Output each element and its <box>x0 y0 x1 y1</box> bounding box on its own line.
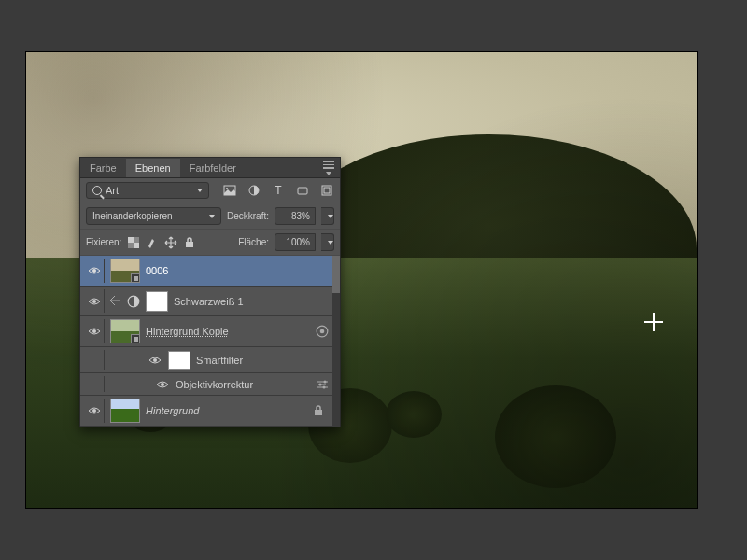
blend-mode-select[interactable]: Ineinanderkopieren <box>86 207 221 225</box>
svg-point-21 <box>323 385 326 388</box>
chevron-down-icon <box>197 189 203 192</box>
svg-point-1 <box>226 188 228 189</box>
svg-point-11 <box>92 269 96 273</box>
svg-point-16 <box>320 329 325 334</box>
visibility-icon[interactable] <box>87 406 102 415</box>
opacity-label: Deckkraft: <box>227 211 269 221</box>
layer-row[interactable]: Schwarzweiß 1 <box>80 287 332 316</box>
visibility-icon[interactable] <box>87 266 102 275</box>
svg-rect-8 <box>128 237 134 243</box>
filter-input[interactable] <box>106 185 143 196</box>
fill-input[interactable]: 100% <box>275 233 316 251</box>
layer-mask-thumbnail[interactable] <box>146 291 168 312</box>
layer-thumbnail[interactable] <box>110 319 140 343</box>
tab-swatches[interactable]: Farbfelder <box>180 159 246 177</box>
tab-color[interactable]: Farbe <box>80 159 126 177</box>
layer-name[interactable]: Hintergrund Kopie <box>146 326 310 337</box>
lock-position-icon[interactable] <box>164 236 177 249</box>
smartfilter-label: Smartfilter <box>196 355 329 366</box>
svg-point-19 <box>324 380 327 383</box>
smartfilter-toggle-icon[interactable] <box>316 325 329 338</box>
blend-row: Ineinanderkopieren Deckkraft: 83% <box>80 203 340 230</box>
lock-pixels-icon[interactable] <box>146 236 159 249</box>
layer-row-smartfilter[interactable]: Smartfilter <box>80 347 332 373</box>
filter-row: T <box>80 178 340 203</box>
panel-tabs: Farbe Ebenen Farbfelder <box>80 158 340 178</box>
svg-point-22 <box>92 409 96 413</box>
svg-point-17 <box>153 358 157 362</box>
svg-point-20 <box>319 383 322 385</box>
filter-pixel-icon[interactable] <box>222 183 237 198</box>
svg-point-18 <box>161 383 164 386</box>
layer-name[interactable]: Hintergrund <box>146 405 308 416</box>
lock-transparency-icon[interactable] <box>127 236 140 249</box>
layer-row[interactable]: Hintergrund <box>80 396 332 427</box>
filter-smartobject-icon[interactable] <box>319 183 334 198</box>
svg-rect-10 <box>186 242 193 247</box>
layers-panel: Farbe Ebenen Farbfelder T Ineinanderkopi… <box>79 157 341 427</box>
lock-row: Fixieren: Fläche: 100% <box>80 230 340 256</box>
visibility-icon[interactable] <box>155 380 170 389</box>
layer-row-filter-entry[interactable]: Objektivkorrektur <box>80 373 332 396</box>
filter-type-icon[interactable]: T <box>271 183 286 198</box>
svg-text:T: T <box>275 185 282 196</box>
layer-name[interactable]: Schwarzweiß 1 <box>174 296 329 307</box>
layers-scrollbar[interactable] <box>332 256 340 427</box>
svg-rect-9 <box>134 243 139 248</box>
tab-layers[interactable]: Ebenen <box>126 159 180 177</box>
opacity-dropdown[interactable] <box>321 207 334 225</box>
layer-row[interactable]: 0006 <box>80 256 332 287</box>
search-icon <box>92 186 102 195</box>
filter-shape-icon[interactable] <box>295 183 310 198</box>
visibility-icon[interactable] <box>87 297 102 306</box>
clip-icon <box>110 296 121 307</box>
filter-blend-icon[interactable] <box>316 378 329 391</box>
svg-rect-6 <box>324 188 330 193</box>
svg-rect-23 <box>315 410 322 415</box>
chevron-down-icon <box>209 215 215 218</box>
layer-name[interactable]: 0006 <box>146 265 329 276</box>
scrollbar-thumb[interactable] <box>332 256 340 293</box>
layer-row[interactable]: Hintergrund Kopie <box>80 316 332 347</box>
smartobject-badge-icon <box>131 334 140 343</box>
filter-name[interactable]: Objektivkorrektur <box>176 379 310 390</box>
svg-rect-4 <box>298 188 307 194</box>
lock-all-icon[interactable] <box>183 236 196 249</box>
filter-mask-thumbnail[interactable] <box>168 351 190 370</box>
filter-icon-strip: T <box>215 183 334 198</box>
layer-thumbnail[interactable] <box>110 259 140 283</box>
blend-mode-value: Ineinanderkopieren <box>92 211 173 221</box>
lock-label: Fixieren: <box>86 237 121 247</box>
svg-point-12 <box>92 300 96 303</box>
panel-menu-icon[interactable] <box>323 160 340 175</box>
smartobject-badge-icon <box>131 273 140 283</box>
visibility-icon[interactable] <box>87 327 102 336</box>
fill-label: Fläche: <box>238 237 269 247</box>
opacity-input[interactable]: 83% <box>275 207 316 225</box>
visibility-icon[interactable] <box>148 356 162 365</box>
layer-thumbnail[interactable] <box>110 399 140 423</box>
svg-point-14 <box>92 329 96 333</box>
lock-icon <box>314 405 325 416</box>
layer-filter-dropdown[interactable] <box>86 182 209 199</box>
fill-dropdown[interactable] <box>321 233 334 251</box>
adjustment-bw-icon <box>127 295 140 308</box>
filter-adjustment-icon[interactable] <box>247 183 261 198</box>
